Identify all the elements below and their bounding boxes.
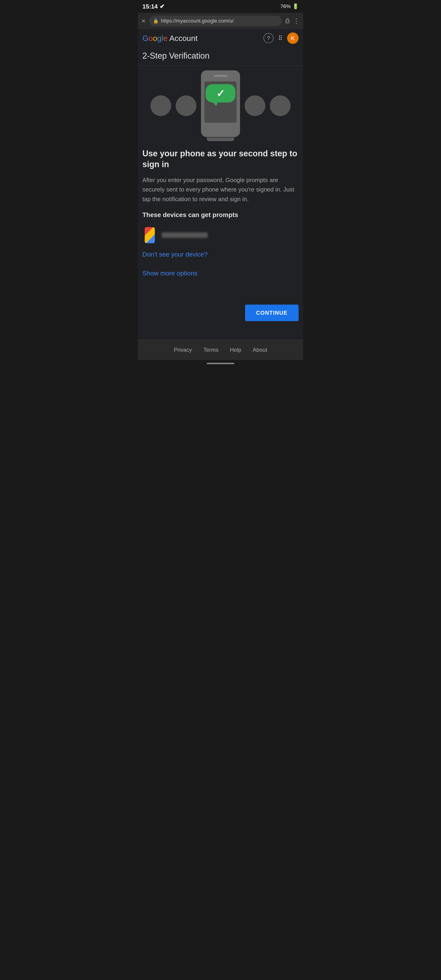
footer-terms-link[interactable]: Terms	[203, 347, 219, 353]
share-icon[interactable]: ⎙	[286, 17, 289, 25]
content-section: Use your phone as your second step to si…	[143, 144, 298, 300]
page-title-bar: 2-Step Verification	[138, 47, 303, 65]
status-time-area: 15:14 ✔	[143, 3, 165, 10]
step-circle-4	[244, 95, 265, 116]
status-check: ✔	[160, 3, 165, 10]
status-icons: 76% 🔋	[281, 3, 298, 10]
device-icon-container	[143, 228, 157, 243]
phone-illustration: ✓	[201, 70, 240, 141]
account-text: Account	[169, 34, 198, 43]
bottom-bar	[138, 360, 303, 367]
status-battery: 76%	[281, 3, 290, 10]
browser-chrome: × 🔒 https://myaccount.google.com/u/ ⎙ ⋮	[138, 13, 303, 29]
main-heading: Use your phone as your second step to si…	[143, 148, 298, 170]
bottom-indicator	[207, 363, 234, 364]
footer: Privacy Terms Help About	[138, 340, 303, 360]
phone-base	[207, 137, 234, 141]
illustration-area: ✓	[143, 65, 298, 144]
show-more-options-link[interactable]: Show more options	[143, 270, 298, 277]
step-circle-5	[270, 95, 290, 116]
step-circles: ✓	[143, 70, 298, 141]
footer-privacy-link[interactable]: Privacy	[174, 347, 192, 353]
description-text: After you enter your password, Google pr…	[143, 175, 298, 204]
page-title: 2-Step Verification	[143, 51, 298, 61]
device-name-blurred	[162, 232, 208, 238]
chat-bubble-checkmark: ✓	[206, 84, 235, 103]
device-phone-icon	[145, 227, 155, 243]
status-bar: 15:14 ✔ 76% 🔋	[138, 0, 303, 13]
step-circle-2	[176, 95, 197, 116]
devices-heading: These devices can get prompts	[143, 211, 298, 219]
phone-body	[201, 70, 240, 137]
footer-about-link[interactable]: About	[253, 347, 267, 353]
google-logo-area: Google Account	[143, 34, 198, 43]
browser-url-bar[interactable]: 🔒 https://myaccount.google.com/u/	[149, 16, 282, 26]
browser-close-button[interactable]: ×	[141, 17, 146, 25]
battery-icon: 🔋	[292, 3, 298, 10]
lock-icon: 🔒	[153, 18, 159, 24]
checkmark-icon: ✓	[216, 88, 225, 99]
main-content: ✓ Use your phone as your second step to …	[138, 65, 303, 340]
status-time: 15:14	[143, 3, 158, 10]
continue-button[interactable]: CONTINUE	[245, 305, 298, 321]
google-logo: Google	[143, 34, 169, 43]
help-button[interactable]: ?	[263, 33, 274, 43]
button-row: CONTINUE	[143, 300, 298, 330]
step-circle-1	[151, 95, 171, 116]
apps-grid-icon[interactable]: ⠿	[278, 35, 282, 42]
menu-icon[interactable]: ⋮	[293, 17, 300, 25]
google-header: Google Account ? ⠿ K	[138, 29, 303, 47]
footer-help-link[interactable]: Help	[230, 347, 241, 353]
user-avatar[interactable]: K	[287, 32, 298, 44]
dont-see-device-link[interactable]: Don't see your device?	[143, 251, 298, 258]
phone-notch	[214, 75, 227, 77]
device-item	[143, 224, 298, 246]
header-icons: ? ⠿ K	[263, 32, 298, 44]
browser-url-text: https://myaccount.google.com/u/	[161, 18, 278, 24]
